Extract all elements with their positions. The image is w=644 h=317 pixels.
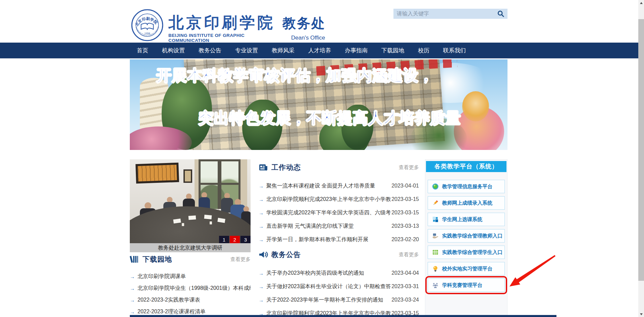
scrollbar-up-icon <box>640 2 643 4</box>
arrow-bullet-icon: → <box>259 284 264 289</box>
item-text: 2022-2023-2实践教学课表 <box>138 297 251 304</box>
search-input[interactable] <box>393 9 494 19</box>
announcements-list: → 关于举办2023年校内英语四级考试的通知 2023-04-04 → 关于做好… <box>259 270 419 317</box>
section-title: 教务公告 <box>271 250 301 259</box>
nav-item-announcements[interactable]: 教务公告 <box>199 47 221 54</box>
site-logo[interactable]: 北京印刷学院 1958 BEIJING INSTITUTE OF GRAPHIC… <box>131 9 326 43</box>
section-title: 工作动态 <box>271 163 301 172</box>
platform-item-course-selection[interactable]: 学生网上选课系统 <box>428 213 505 226</box>
nav-item-majors[interactable]: 专业设置 <box>235 47 258 54</box>
platform-item-label: 学科竞赛管理平台 <box>442 282 482 288</box>
main-content: 1 2 3 教务处赴北京建筑大学调研 下载园地 查看更多 → <box>130 159 507 317</box>
arrow-bullet-icon: → <box>130 274 135 279</box>
nav-item-downloads[interactable]: 下载园地 <box>381 47 404 54</box>
item-text: 北京印刷学院顺利完成2023年上半年北京市中小学教师资 <box>266 196 391 203</box>
list-item[interactable]: → 关于2022-2023学年第一学期补考工作安排的通知 2023-03-24 <box>259 297 419 303</box>
nav-item-talent[interactable]: 人才培养 <box>308 47 331 54</box>
banner-slide[interactable]: 开展本科教学审核评估，加强内涵建设， 突出特色发展，不断提高人才培养质量 <box>130 59 507 150</box>
platform-item-internship[interactable]: 校外实地实习管理平台 <box>428 262 505 275</box>
platform-item-label: 教师网上成绩录入系统 <box>442 200 492 206</box>
photo-caption[interactable]: 教务处赴北京建筑大学调研 <box>130 243 251 252</box>
logo-cn-name: 北京印刷学院 <box>168 15 275 30</box>
section-work-news-header: 工作动态 查看更多 <box>259 162 419 172</box>
nav-item-faculty[interactable]: 教师风采 <box>272 47 294 54</box>
people-icon <box>432 282 439 288</box>
nav-item-org[interactable]: 机构设置 <box>162 47 185 54</box>
books-icon <box>130 255 139 264</box>
arrow-bullet-icon: → <box>259 197 264 202</box>
list-item[interactable]: → 关于做好2023届本科生毕业设计（论文）中期检查答辩... 2023-03-… <box>259 283 419 290</box>
page-number-3[interactable]: 3 <box>240 236 251 243</box>
photo-artwork-shape <box>136 163 179 183</box>
item-text: 关于2022-2023学年第一学期补考工作安排的通知 <box>266 297 391 304</box>
item-date: 2023-03-15 <box>391 196 419 202</box>
red-arrow-annotation <box>502 251 559 291</box>
scrollbar-up-button[interactable] <box>638 0 644 6</box>
section-announcements-header: 教务公告 查看更多 <box>259 250 419 260</box>
nav-item-calendar[interactable]: 校历 <box>418 47 429 54</box>
list-item[interactable]: → 2022-2023-2实践教学课表 <box>130 297 251 303</box>
list-item[interactable]: → 北京印刷学院毕业生（1998级-2001级）本科成绩... <box>130 285 251 292</box>
scrollbar[interactable] <box>638 0 644 317</box>
list-item[interactable]: → 2022-2023-2理论课课程清单 <box>130 308 251 315</box>
item-date: 2023-04-04 <box>391 270 419 276</box>
left-column: 1 2 3 教务处赴北京建筑大学调研 下载园地 查看更多 → <box>130 159 251 317</box>
newspaper-icon <box>259 163 268 172</box>
platform-item-grade-entry[interactable]: 教师网上成绩录入系统 <box>428 196 505 210</box>
photo-cup-shape <box>182 223 184 226</box>
nav-item-home[interactable]: 首页 <box>137 47 148 54</box>
platform-item-teaching-info[interactable]: 教学管理信息服务平台 <box>428 180 505 193</box>
list-item[interactable]: → 北京印刷学院顺利完成2023年上半年北京市中小学教师资 2023-03-15 <box>259 196 419 203</box>
banner-slogan: 开展本科教学审核评估，加强内涵建设， 突出特色发展，不断提高人才培养质量 <box>130 59 507 150</box>
platform-panel-header: 各类教学平台（系统） <box>426 161 506 172</box>
platform-item-competition[interactable]: 学科竞赛管理平台 <box>428 278 505 292</box>
platform-item-label: 教学管理信息服务平台 <box>442 183 492 190</box>
item-text: 直击新学期 元气满满的北印线下课堂 <box>266 223 391 230</box>
page: 北京印刷学院 1958 BEIJING INSTITUTE OF GRAPHIC… <box>0 0 644 317</box>
platform-item-practice-teacher[interactable]: 实践教学综合管理教师入口 <box>428 229 505 243</box>
page-number-2-active[interactable]: 2 <box>230 236 240 243</box>
list-item[interactable]: → 学校圆满完成2022年下半年全国大学英语四、六级考试加 2023-03-15 <box>259 209 419 216</box>
photo-pagination: 1 2 3 <box>219 236 251 243</box>
middle-column: 工作动态 查看更多 → 聚焦一流本科课程建设 全面提升人才培养质量 2023-0… <box>259 159 419 317</box>
view-more-link[interactable]: 查看更多 <box>399 252 419 258</box>
platform-panel: 各类教学平台（系统） 教学管理信息服务平台 <box>425 159 507 317</box>
platform-item-label: 实践教学综合管理教师入口 <box>442 233 502 239</box>
list-item[interactable]: → 开学第一日，新学期本科教学工作顺利开展 2023-02-20 <box>259 236 419 243</box>
list-item[interactable]: → 直击新学期 元气满满的北印线下课堂 2023-03-13 <box>259 223 419 229</box>
photo-namecard-shape <box>189 215 196 220</box>
item-date: 2023-03-15 <box>391 210 419 216</box>
list-item[interactable]: → 北京印刷学院调课单 <box>130 273 251 280</box>
news-photo[interactable] <box>130 159 251 243</box>
search-box <box>393 9 507 19</box>
arrow-bullet-icon: → <box>259 237 264 243</box>
list-item[interactable]: → 关于举办2023年校内英语四级考试的通知 2023-04-04 <box>259 270 419 276</box>
item-date: 2023-03-31 <box>391 283 419 289</box>
photo-cup-shape <box>210 221 212 224</box>
logo-text: 北京印刷学院 教务处 BEIJING INSTITUTE OF GRAPHIC … <box>168 9 326 43</box>
platform-item-practice-student[interactable]: 实践教学综合管理学生入口 <box>428 246 505 259</box>
view-more-link[interactable]: 查看更多 <box>399 164 419 171</box>
item-date: 2023-03-24 <box>391 297 419 303</box>
item-text: 开学第一日，新学期本科教学工作顺利开展 <box>266 236 391 243</box>
item-date: 2023-03-13 <box>391 223 419 229</box>
news-photo-slider[interactable]: 1 2 3 教务处赴北京建筑大学调研 <box>130 159 251 252</box>
arrow-bullet-icon: → <box>130 309 135 315</box>
arrow-bullet-icon: → <box>130 297 135 303</box>
item-text: 关于做好2023届本科生毕业设计（论文）中期检查答辩... <box>266 283 391 290</box>
scrollbar-down-icon <box>640 313 643 315</box>
scrollbar-thumb[interactable] <box>638 19 644 281</box>
squares-icon <box>432 216 439 223</box>
nav-item-contact[interactable]: 联系我们 <box>443 47 466 54</box>
megaphone-icon <box>259 250 268 259</box>
page-number-1[interactable]: 1 <box>219 236 229 243</box>
globe-icon <box>432 183 439 190</box>
work-news-list: → 聚焦一流本科课程建设 全面提升人才培养质量 2023-04-01 → 北京印… <box>259 182 419 243</box>
list-item[interactable]: → 聚焦一流本科课程建设 全面提升人才培养质量 2023-04-01 <box>259 182 419 189</box>
search-icon <box>497 10 504 17</box>
scrollbar-down-button[interactable] <box>638 311 644 317</box>
nav-item-guide[interactable]: 办事指南 <box>345 47 368 54</box>
search-button[interactable] <box>494 9 507 19</box>
platform-list: 教学管理信息服务平台 教师网上成绩录入系统 <box>425 180 507 294</box>
view-more-link[interactable]: 查看更多 <box>230 256 251 263</box>
